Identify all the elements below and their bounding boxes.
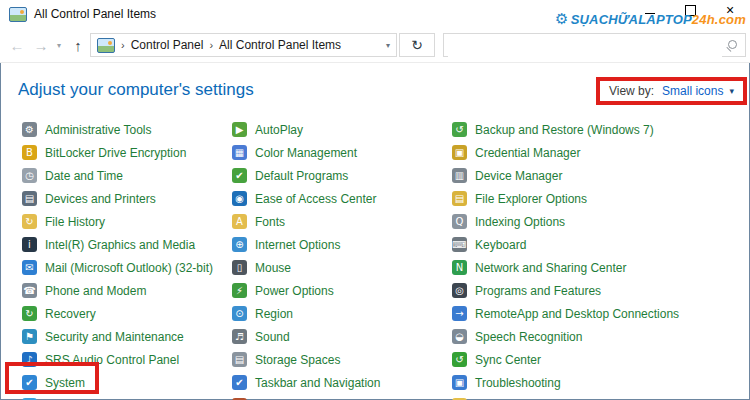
chevron-down-icon[interactable]: ▾ [729, 86, 734, 96]
recovery-icon: ↻ [22, 306, 37, 321]
item-bitlocker[interactable]: BBitLocker Drive Encryption [22, 141, 227, 164]
item-taskbar[interactable]: ✔Taskbar and Navigation [232, 371, 447, 394]
item-devices-and-printers[interactable]: ▤Devices and Printers [22, 187, 227, 210]
item-label: Intel(R) Graphics and Media [45, 238, 195, 252]
item-admin-tools[interactable]: ⚙Administrative Tools [22, 118, 227, 141]
item-label: Region [255, 307, 293, 321]
search-input[interactable] [448, 35, 722, 57]
chevron-down-icon[interactable]: ▾ [380, 41, 390, 50]
item-file-history[interactable]: ↻File History [22, 210, 227, 233]
item-label: Credential Manager [475, 146, 580, 160]
item-firewall[interactable]: ▦Windows Defender Firewall [232, 394, 447, 400]
item-storage-spaces[interactable]: ▤Storage Spaces [232, 348, 447, 371]
history-chevron-icon[interactable]: ▾ [52, 28, 66, 62]
gear-icon: ⚙ [555, 10, 569, 28]
item-label: Sound [255, 330, 290, 344]
troubleshooting-icon: ▣ [452, 375, 467, 390]
item-label: Keyboard [475, 238, 526, 252]
mouse-icon: ▯ [232, 260, 247, 275]
breadcrumb-all-control-panel-items[interactable]: All Control Panel Items [219, 38, 341, 52]
item-keyboard[interactable]: ⌨Keyboard [452, 233, 747, 256]
item-label: Administrative Tools [45, 123, 152, 137]
breadcrumb[interactable]: › Control Panel › All Control Panel Item… [90, 33, 397, 57]
item-region[interactable]: ⊙Region [232, 302, 447, 325]
control-panel-icon [9, 7, 27, 22]
default-programs-icon: ✔ [232, 168, 247, 183]
intel-graphics-icon: i [22, 237, 37, 252]
items-column-2: ▶AutoPlay▦Color Management✔Default Progr… [232, 118, 447, 400]
item-indexing-options[interactable]: QIndexing Options [452, 210, 747, 233]
breadcrumb-separator: › [209, 39, 213, 51]
date-and-time-icon: ◷ [22, 168, 37, 183]
item-power-options[interactable]: ⚡Power Options [232, 279, 447, 302]
storage-spaces-icon: ▤ [232, 352, 247, 367]
file-history-icon: ↻ [22, 214, 37, 229]
item-phone-and-modem[interactable]: ☎Phone and Modem [22, 279, 227, 302]
item-date-and-time[interactable]: ◷Date and Time [22, 164, 227, 187]
item-sound[interactable]: ♬Sound [232, 325, 447, 348]
item-autoplay[interactable]: ▶AutoPlay [232, 118, 447, 141]
item-label: RemoteApp and Desktop Connections [475, 307, 679, 321]
item-label: Device Manager [475, 169, 562, 183]
autoplay-icon: ▶ [232, 122, 247, 137]
programs-and-features-icon: ◎ [452, 283, 467, 298]
item-label: Date and Time [45, 169, 123, 183]
item-label: Sync Center [475, 353, 541, 367]
items-column-3: ↺Backup and Restore (Windows 7)▣Credenti… [452, 118, 747, 400]
back-icon[interactable]: ← [6, 28, 28, 62]
item-fonts[interactable]: AFonts [232, 210, 447, 233]
item-label: Taskbar and Navigation [255, 376, 380, 390]
forward-icon[interactable]: → [30, 28, 52, 62]
item-user-accounts[interactable]: ◉User Accounts [22, 394, 227, 400]
item-network-sharing[interactable]: NNetwork and Sharing Center [452, 256, 747, 279]
remoteapp-icon: → [452, 306, 467, 321]
keyboard-icon: ⌨ [452, 237, 467, 252]
item-credential-manager[interactable]: ▣Credential Manager [452, 141, 747, 164]
item-internet-options[interactable]: ⊕Internet Options [232, 233, 447, 256]
watermark: ⚙ SỤACHỮALAPTOP 24h.com [555, 10, 746, 28]
highlight-box [5, 362, 99, 394]
item-work-folders[interactable]: ▤Work Folders [452, 394, 747, 400]
refresh-button[interactable]: ↻ [399, 33, 435, 57]
network-sharing-icon: N [452, 260, 467, 275]
speech-recognition-icon: ◒ [452, 329, 467, 344]
item-security-and-maintenance[interactable]: ⚑Security and Maintenance [22, 325, 227, 348]
window-title: All Control Panel Items [34, 7, 156, 21]
item-color-management[interactable]: ▦Color Management [232, 141, 447, 164]
credential-manager-icon: ▣ [452, 145, 467, 160]
watermark-brand-blue: SỤACHỮALAPTOP [571, 12, 692, 27]
item-device-manager[interactable]: ▥Device Manager [452, 164, 747, 187]
page-title: Adjust your computer's settings [18, 80, 254, 100]
internet-options-icon: ⊕ [232, 237, 247, 252]
item-remoteapp[interactable]: →RemoteApp and Desktop Connections [452, 302, 747, 325]
item-system[interactable]: ✔System [22, 371, 227, 394]
admin-tools-icon: ⚙ [22, 122, 37, 137]
view-by-dropdown[interactable]: Small icons [662, 84, 723, 98]
region-icon: ⊙ [232, 306, 247, 321]
items-column-1: ⚙Administrative ToolsBBitLocker Drive En… [22, 118, 227, 400]
breadcrumb-separator: › [121, 39, 125, 51]
item-backup-restore[interactable]: ↺Backup and Restore (Windows 7) [452, 118, 747, 141]
phone-and-modem-icon: ☎ [22, 283, 37, 298]
item-programs-and-features[interactable]: ◎Programs and Features [452, 279, 747, 302]
power-options-icon: ⚡ [232, 283, 247, 298]
item-mouse[interactable]: ▯Mouse [232, 256, 447, 279]
item-file-explorer-options[interactable]: ▤File Explorer Options [452, 187, 747, 210]
item-troubleshooting[interactable]: ▣Troubleshooting [452, 371, 747, 394]
up-icon[interactable]: ↑ [68, 28, 88, 62]
item-speech-recognition[interactable]: ◒Speech Recognition [452, 325, 747, 348]
item-mail[interactable]: ✉Mail (Microsoft Outlook) (32-bit) [22, 256, 227, 279]
indexing-options-icon: Q [452, 214, 467, 229]
file-explorer-options-icon: ▤ [452, 191, 467, 206]
item-default-programs[interactable]: ✔Default Programs [232, 164, 447, 187]
view-by-highlight-box: View by: Small icons ▾ [596, 77, 747, 105]
item-label: Default Programs [255, 169, 348, 183]
item-intel-graphics[interactable]: iIntel(R) Graphics and Media [22, 233, 227, 256]
item-recovery[interactable]: ↻Recovery [22, 302, 227, 325]
item-label: Mouse [255, 261, 291, 275]
breadcrumb-control-panel[interactable]: Control Panel [131, 38, 204, 52]
item-label: Ease of Access Center [255, 192, 376, 206]
item-sync-center[interactable]: ↺Sync Center [452, 348, 747, 371]
view-by-label: View by: [609, 84, 654, 98]
item-ease-of-access[interactable]: ◉Ease of Access Center [232, 187, 447, 210]
